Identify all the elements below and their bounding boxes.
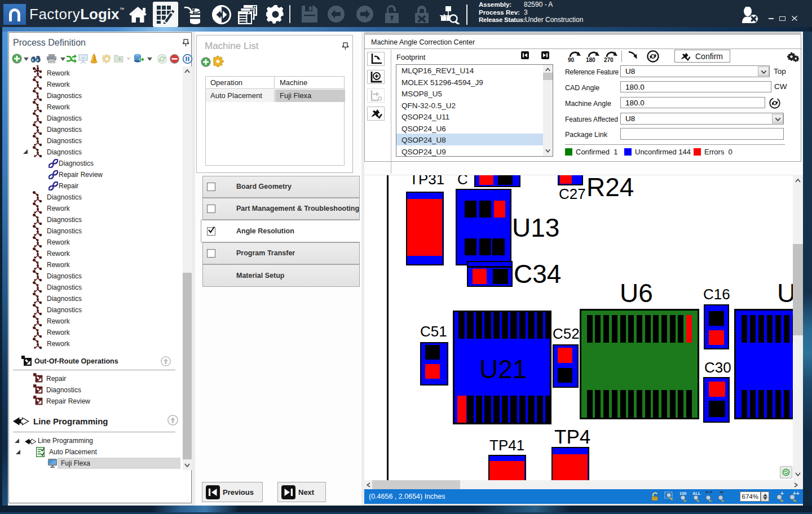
svg-text:90: 90: [568, 57, 575, 63]
svg-text:270: 270: [604, 57, 614, 63]
svg-text:180: 180: [586, 57, 595, 63]
